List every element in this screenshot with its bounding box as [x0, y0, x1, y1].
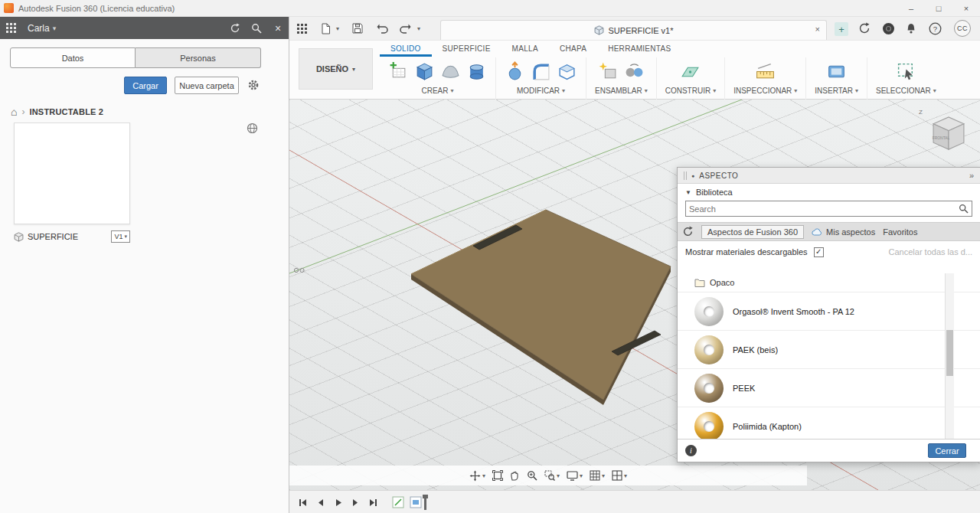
- shell-icon[interactable]: [557, 61, 577, 82]
- upload-button[interactable]: Cargar: [124, 77, 167, 94]
- timeline-step-back-button[interactable]: [312, 494, 328, 511]
- save-icon[interactable]: [351, 22, 364, 34]
- group-label-modificar[interactable]: MODIFICAR▾: [517, 87, 565, 95]
- version-dropdown[interactable]: V1 ▾: [111, 230, 130, 243]
- search-icon[interactable]: [246, 17, 267, 39]
- breadcrumb-project[interactable]: INSTRUCTABLE 2: [29, 107, 103, 116]
- timeline-step-forward-button[interactable]: [347, 494, 364, 511]
- user-dropdown[interactable]: Carla: [28, 23, 50, 34]
- redo-caret[interactable]: ▾: [412, 22, 426, 34]
- redo-icon[interactable]: [398, 22, 412, 34]
- account-avatar[interactable]: CC: [954, 20, 971, 37]
- material-row[interactable]: PEEK: [678, 368, 980, 407]
- show-downloadable-checkbox[interactable]: ✓: [814, 247, 824, 257]
- minimize-button[interactable]: –: [897, 0, 925, 17]
- material-row[interactable]: Orgasol® Invent Smooth - PA 12: [678, 292, 980, 330]
- select-icon[interactable]: [896, 61, 916, 82]
- tab-my-aspects[interactable]: Mis aspectos: [812, 227, 875, 237]
- group-insertar: INSERTAR▾: [806, 57, 867, 100]
- undo-icon[interactable]: [375, 22, 389, 34]
- group-label-construir[interactable]: CONSTRUIR▾: [665, 87, 716, 95]
- press-pull-icon[interactable]: [505, 61, 525, 82]
- maximize-button[interactable]: □: [925, 0, 952, 17]
- material-row[interactable]: PAEK (beis): [678, 330, 980, 368]
- timeline-skip-end-button[interactable]: [364, 494, 381, 511]
- pan-orbit-icon[interactable]: ▾: [469, 470, 485, 482]
- document-thumbnail[interactable]: [14, 123, 130, 224]
- create-sketch-icon[interactable]: [388, 61, 409, 82]
- revolve-cylinder-icon[interactable]: [466, 61, 487, 82]
- globe-icon[interactable]: [247, 123, 258, 134]
- folder-row[interactable]: Opaco: [678, 273, 980, 292]
- measure-icon[interactable]: [755, 61, 776, 82]
- gear-icon[interactable]: [247, 78, 260, 92]
- fit-view-icon[interactable]: [492, 470, 503, 481]
- appearance-dialog-header[interactable]: ● ASPECTO »: [678, 168, 980, 184]
- notifications-bell-icon[interactable]: [903, 21, 919, 35]
- construction-plane-icon[interactable]: [680, 61, 701, 82]
- refresh-library-icon[interactable]: [682, 226, 694, 237]
- timeline-position-marker[interactable]: [424, 495, 426, 510]
- document-tab[interactable]: SUPERFICIE v1* ×: [440, 20, 827, 40]
- pan-hand-icon[interactable]: [510, 470, 520, 481]
- info-icon[interactable]: i: [685, 445, 697, 456]
- apps-grid-icon[interactable]: [0, 17, 21, 39]
- display-settings-icon[interactable]: ▾: [567, 471, 583, 481]
- group-label-crear[interactable]: CREAR▾: [421, 87, 453, 95]
- material-row[interactable]: Poliimida (Kapton): [678, 407, 980, 439]
- document-list-item[interactable]: SUPERFICIE V1 ▾: [14, 230, 130, 243]
- home-icon[interactable]: ⌂: [11, 106, 17, 118]
- extensions-icon[interactable]: [857, 21, 872, 35]
- chevron-down-icon: ▾: [352, 66, 355, 73]
- job-status-icon[interactable]: [880, 21, 896, 35]
- zoom-icon[interactable]: [527, 470, 537, 481]
- group-label-seleccionar[interactable]: SELECCIONAR▾: [876, 87, 936, 95]
- group-label-ensamblar[interactable]: ENSAMBLAR▾: [595, 87, 648, 95]
- help-icon[interactable]: ?: [927, 21, 942, 35]
- view-cube[interactable]: Z FRONTAL: [919, 109, 972, 158]
- timeline-play-button[interactable]: [329, 494, 346, 511]
- tab-personas[interactable]: Personas: [136, 47, 261, 68]
- tab-favorites[interactable]: Favoritos: [883, 227, 917, 237]
- close-tab-icon[interactable]: ×: [815, 25, 820, 34]
- close-dialog-button[interactable]: Cerrar: [928, 443, 966, 458]
- viewports-icon[interactable]: ▾: [612, 470, 627, 481]
- extrude-box-icon[interactable]: [414, 61, 435, 82]
- tab-fusion-aspects[interactable]: Aspectos de Fusion 360: [701, 225, 804, 239]
- library-section-header[interactable]: ▼ Biblioteca: [678, 184, 980, 199]
- timeline-skip-start-button[interactable]: [294, 494, 311, 511]
- new-tab-button[interactable]: +: [835, 22, 848, 36]
- tab-datos[interactable]: Datos: [10, 47, 136, 68]
- refresh-icon[interactable]: [224, 17, 246, 39]
- scrollbar-thumb[interactable]: [946, 330, 953, 376]
- close-button[interactable]: ×: [952, 0, 980, 17]
- group-label-insertar[interactable]: INSERTAR▾: [815, 87, 858, 95]
- tab-chapa[interactable]: CHAPA: [549, 41, 597, 57]
- close-panel-icon[interactable]: ×: [267, 17, 289, 39]
- svg-text:?: ?: [933, 25, 936, 33]
- new-component-icon[interactable]: [598, 61, 619, 82]
- tab-superficie[interactable]: SUPERFICIE: [432, 41, 501, 57]
- scrollbar-track[interactable]: [945, 273, 954, 439]
- search-input[interactable]: [689, 204, 959, 214]
- tab-herramientas[interactable]: HERRAMIENTAS: [597, 41, 681, 57]
- tab-solido[interactable]: SOLIDO: [380, 41, 432, 57]
- tab-malla[interactable]: MALLA: [501, 41, 549, 57]
- fillet-icon[interactable]: [531, 61, 551, 82]
- group-label-inspeccionar[interactable]: INSPECCIONAR▾: [733, 87, 797, 95]
- file-menu-caret[interactable]: ▾: [331, 22, 345, 34]
- search-icon[interactable]: [959, 204, 969, 214]
- expand-right-icon[interactable]: »: [969, 171, 974, 180]
- insert-canvas-icon[interactable]: [826, 61, 847, 82]
- body-superficie[interactable]: [411, 210, 671, 405]
- sweep-form-icon[interactable]: [440, 61, 461, 82]
- data-panel-toggle-icon[interactable]: [295, 22, 309, 34]
- timeline-feature-sketch-icon[interactable]: [392, 496, 404, 508]
- zoom-window-icon[interactable]: ▾: [544, 470, 560, 481]
- workspace-selector[interactable]: DISEÑO ▾: [299, 48, 373, 90]
- new-folder-button[interactable]: Nueva carpeta: [175, 77, 239, 94]
- timeline-feature-body-icon[interactable]: [410, 496, 422, 508]
- drag-grip-icon[interactable]: [684, 172, 687, 180]
- joint-icon[interactable]: [624, 61, 645, 82]
- grid-settings-icon[interactable]: ▾: [590, 470, 605, 481]
